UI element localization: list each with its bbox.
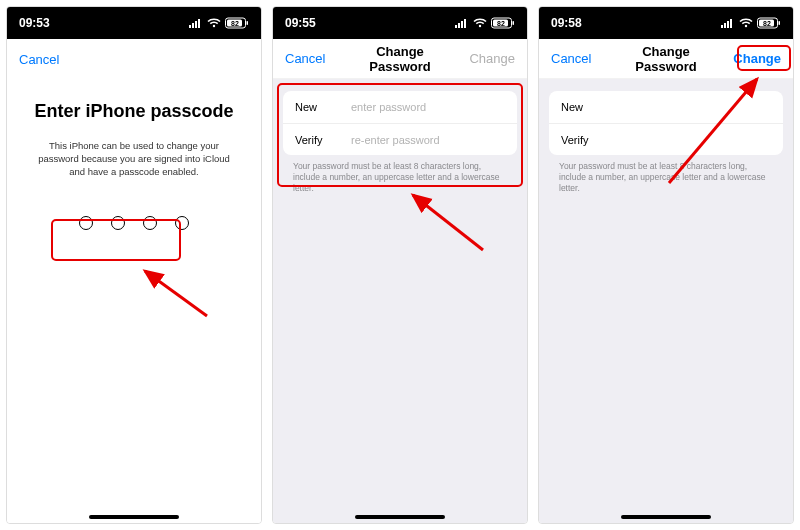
svg-rect-12 [464,19,466,28]
signal-icon [721,18,735,28]
content-area: New enter password Verify re-enter passw… [273,79,527,523]
content-area: New Verify Your password must be at leas… [539,79,793,523]
svg-rect-11 [461,21,463,28]
nav-bar: Cancel Change Password Change [539,39,793,79]
svg-rect-26 [779,21,781,25]
nav-bar: Cancel Change Password Change [273,39,527,79]
svg-rect-10 [458,23,460,28]
svg-point-13 [479,25,481,27]
signal-icon [189,18,203,28]
signal-icon [455,18,469,28]
svg-rect-22 [730,19,732,28]
svg-rect-21 [727,21,729,28]
status-time: 09:58 [551,16,582,30]
wifi-icon [473,18,487,28]
verify-password-label: Verify [561,134,617,146]
notch [369,13,431,31]
page-description: This iPhone can be used to change your p… [25,140,243,178]
svg-point-4 [213,25,215,27]
cancel-button[interactable]: Cancel [285,51,345,66]
svg-text:82: 82 [763,20,771,27]
svg-rect-16 [513,21,515,25]
status-indicators: 82 [721,17,781,29]
svg-line-18 [413,195,483,250]
password-form: New Verify [549,91,783,155]
battery-level: 82 [231,20,239,27]
svg-rect-19 [721,25,723,28]
status-bar: 09:53 82 [7,7,261,39]
battery-icon: 82 [225,17,249,29]
battery-icon: 82 [757,17,781,29]
svg-point-23 [745,25,747,27]
phone-screen-3: 09:58 82 Cancel Change Password Change N… [538,6,794,524]
notch [635,13,697,31]
new-password-label: New [561,101,617,113]
password-form: New enter password Verify re-enter passw… [283,91,517,155]
wifi-icon [207,18,221,28]
annotation-arrow-icon [393,185,503,265]
new-password-row[interactable]: New [549,91,783,123]
svg-rect-0 [189,25,191,28]
new-password-label: New [295,101,351,113]
phone-screen-2: 09:55 82 Cancel Change Password Change N… [272,6,528,524]
passcode-dot [143,216,157,230]
password-hint: Your password must be at least 8 charact… [539,155,793,194]
cancel-button[interactable]: Cancel [19,52,79,67]
svg-rect-1 [192,23,194,28]
battery-icon: 82 [491,17,515,29]
new-password-row[interactable]: New enter password [283,91,517,123]
passcode-input[interactable] [25,206,243,240]
phone-screen-1: 09:53 82 Cancel Enter iPhone passcode Th… [6,6,262,524]
status-bar: 09:58 82 [539,7,793,39]
svg-text:82: 82 [497,20,505,27]
svg-rect-20 [724,23,726,28]
verify-password-row[interactable]: Verify re-enter password [283,123,517,155]
wifi-icon [739,18,753,28]
home-indicator[interactable] [89,515,179,519]
nav-title: Change Password [345,44,455,74]
svg-rect-9 [455,25,457,28]
home-indicator[interactable] [355,515,445,519]
nav-title: Change Password [611,44,721,74]
svg-rect-3 [198,19,200,28]
password-hint: Your password must be at least 8 charact… [273,155,527,194]
svg-rect-2 [195,21,197,28]
verify-password-label: Verify [295,134,351,146]
passcode-dot [175,216,189,230]
annotation-arrow-icon [127,261,227,331]
status-bar: 09:55 82 [273,7,527,39]
new-password-input[interactable]: enter password [351,101,505,113]
verify-password-row[interactable]: Verify [549,123,783,155]
change-button[interactable]: Change [455,51,515,66]
content-area: Enter iPhone passcode This iPhone can be… [7,79,261,523]
status-time: 09:53 [19,16,50,30]
change-button[interactable]: Change [721,51,781,66]
page-title: Enter iPhone passcode [25,101,243,122]
svg-rect-7 [247,21,249,25]
svg-line-8 [145,271,207,316]
nav-bar: Cancel [7,39,261,79]
status-indicators: 82 [189,17,249,29]
status-time: 09:55 [285,16,316,30]
status-indicators: 82 [455,17,515,29]
passcode-dot [79,216,93,230]
passcode-dot [111,216,125,230]
cancel-button[interactable]: Cancel [551,51,611,66]
verify-password-input[interactable]: re-enter password [351,134,505,146]
notch [103,13,165,31]
home-indicator[interactable] [621,515,711,519]
